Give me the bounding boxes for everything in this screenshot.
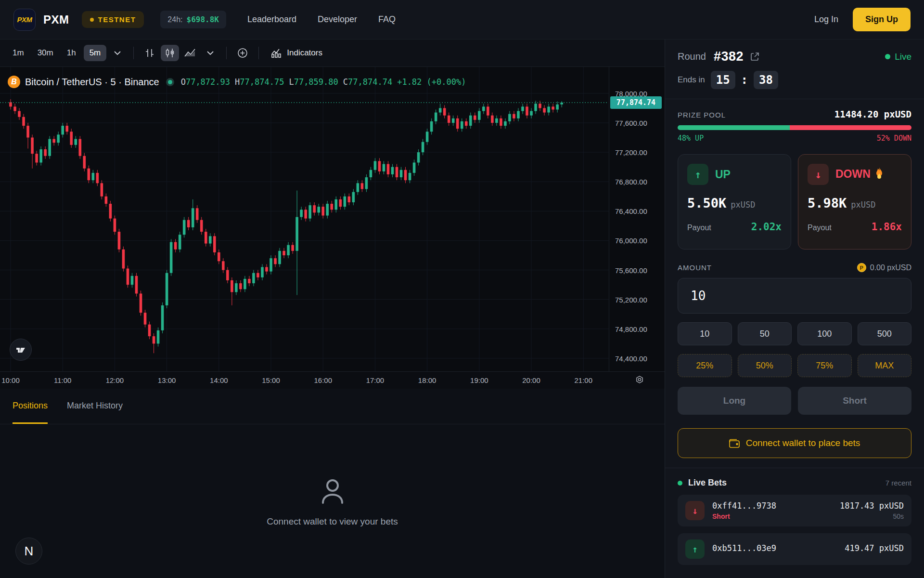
bet-amount: 1817.43 pxUSD [840, 501, 904, 511]
timer-seconds: 38 [754, 71, 778, 89]
up-pool-currency: pxUSD [731, 200, 755, 210]
price-tick-label: 76,000.00 [615, 236, 647, 245]
tradingview-logo[interactable] [10, 339, 32, 361]
bars-style-icon[interactable] [141, 45, 159, 61]
down-label: DOWN [835, 167, 884, 182]
time-axis[interactable]: 10:0011:0012:0013:0014:0015:0016:0017:00… [0, 371, 665, 389]
percent-max-button[interactable]: MAX [858, 354, 912, 377]
price-axis[interactable]: 77,874.74 78,000.0077,600.0077,200.0076,… [609, 67, 665, 371]
long-short-actions: Long Short [678, 387, 911, 415]
nav-links: Leaderboard Developer FAQ [247, 14, 396, 25]
time-tick-label: 19:00 [470, 376, 488, 384]
time-tick-label: 15:00 [262, 376, 280, 384]
round-number: #382 [714, 49, 744, 64]
price-tick-label: 74,800.00 [615, 325, 647, 333]
interval-5m-button[interactable]: 5m [84, 45, 107, 61]
interval-30m-button[interactable]: 30m [32, 45, 59, 61]
market-status-icon[interactable] [166, 78, 174, 86]
down-percentage: 52% DOWN [877, 134, 911, 143]
chart-toolbar: 1m 30m 1h 5m [0, 39, 665, 67]
interval-dropdown-chevron-icon[interactable] [108, 45, 127, 61]
tab-market-history[interactable]: Market History [67, 401, 123, 424]
down-card[interactable]: ↓ DOWN 5.98K pxUSD Payout 1.86x [798, 154, 911, 250]
percent-25-button[interactable]: 25% [678, 354, 732, 377]
price-tick-label: 76,400.00 [615, 207, 647, 215]
chart-canvas[interactable] [0, 67, 609, 371]
signup-button[interactable]: Sign Up [853, 8, 911, 31]
testnet-dot-icon [90, 18, 94, 22]
percent-buttons: 25% 50% 75% MAX [678, 354, 911, 377]
bet-direction-cards: ↑ UP 5.50K pxUSD Payout 2.02x ↓ DOWN [678, 154, 911, 250]
toolbar-separator [226, 47, 227, 59]
timer-minutes: 15 [711, 71, 735, 89]
time-tick-label: 16:00 [314, 376, 332, 384]
axis-settings-gear-icon[interactable] [635, 375, 644, 387]
pool-ratio-bar [678, 125, 911, 130]
quick-50-button[interactable]: 50 [738, 322, 792, 345]
live-label: Live [895, 52, 911, 62]
ends-in-label: Ends in [678, 75, 705, 85]
compare-plus-icon[interactable] [233, 45, 252, 61]
interval-1h-button[interactable]: 1h [61, 45, 82, 61]
pool-up-segment [678, 125, 790, 130]
candlestick-chart[interactable]: B Bitcoin / TetherUS · 5 · Binance O77,8… [0, 67, 665, 371]
indicators-label: Indicators [287, 48, 322, 58]
login-link[interactable]: Log In [814, 14, 838, 25]
main-layout: 1m 30m 1h 5m [0, 39, 924, 578]
nav-leaderboard[interactable]: Leaderboard [247, 14, 296, 25]
arrow-up-icon: ↑ [687, 164, 708, 185]
bet-direction: Short [712, 512, 776, 520]
tab-positions[interactable]: Positions [13, 401, 48, 424]
current-price-badge: 77,874.74 [610, 96, 662, 109]
symbol-name[interactable]: Bitcoin / TetherUS · 5 · Binance [25, 77, 159, 88]
area-style-icon[interactable] [181, 45, 199, 61]
toolbar-separator [258, 47, 259, 59]
amount-input[interactable] [678, 278, 911, 314]
time-tick-label: 18:00 [418, 376, 436, 384]
brand-name: PXM [43, 13, 69, 26]
amount-label: AMOUNT [678, 263, 712, 272]
price-tick-label: 74,400.00 [615, 354, 647, 362]
style-dropdown-chevron-icon[interactable] [201, 45, 219, 61]
down-pool-currency: pxUSD [851, 200, 875, 210]
up-pool-amount: 5.50K [687, 196, 726, 210]
long-button[interactable]: Long [678, 387, 791, 415]
quick-10-button[interactable]: 10 [678, 322, 732, 345]
round-header: Round #382 Live [678, 49, 911, 64]
candles-style-icon[interactable] [161, 45, 179, 61]
price-tick-label: 75,600.00 [615, 266, 647, 274]
time-tick-label: 12:00 [106, 376, 124, 384]
time-tick-label: 10:00 [1, 376, 20, 384]
time-tick-label: 21:00 [574, 376, 592, 384]
arrow-up-icon: ↑ [685, 539, 705, 559]
testnet-label: TESTNET [98, 15, 136, 24]
up-card[interactable]: ↑ UP 5.50K pxUSD Payout 2.02x [678, 154, 791, 250]
live-bets-count: 7 recent [886, 479, 911, 487]
up-label: UP [715, 168, 731, 181]
live-bet-row[interactable]: ↑ 0xb511...03e9 419.47 pxUSD [678, 533, 911, 565]
percent-50-button[interactable]: 50% [738, 354, 792, 377]
percent-75-button[interactable]: 75% [797, 354, 852, 377]
time-tick-label: 17:00 [366, 376, 385, 384]
n-widget-logo[interactable]: N [15, 538, 42, 565]
external-link-icon[interactable] [750, 52, 759, 61]
connect-wallet-button[interactable]: Connect wallet to place bets [678, 428, 911, 458]
pxm-logo[interactable]: PXM [13, 9, 36, 31]
short-button[interactable]: Short [798, 387, 911, 415]
divider [665, 468, 924, 468]
price-tick-label: 77,600.00 [615, 118, 647, 127]
live-bet-row[interactable]: ↓ 0xff41...9738 Short 1817.43 pxUSD 50s [678, 495, 911, 526]
pxm-logo-text: PXM [17, 15, 32, 24]
quick-500-button[interactable]: 500 [858, 322, 912, 345]
interval-1m-button[interactable]: 1m [7, 45, 30, 61]
up-percentage: 48% UP [678, 134, 704, 143]
top-navbar: PXM PXM TESTNET 24h: $698.8K Leaderboard… [0, 0, 924, 39]
header-right: Log In Sign Up [814, 8, 911, 31]
indicators-button[interactable]: Indicators [266, 45, 327, 61]
quick-100-button[interactable]: 100 [797, 322, 852, 345]
nav-developer[interactable]: Developer [318, 14, 357, 25]
arrow-down-icon: ↓ [808, 164, 829, 185]
live-bets-dot-icon [678, 481, 682, 486]
nav-faq[interactable]: FAQ [378, 14, 396, 25]
countdown-row: Ends in 15 : 38 [678, 71, 911, 89]
